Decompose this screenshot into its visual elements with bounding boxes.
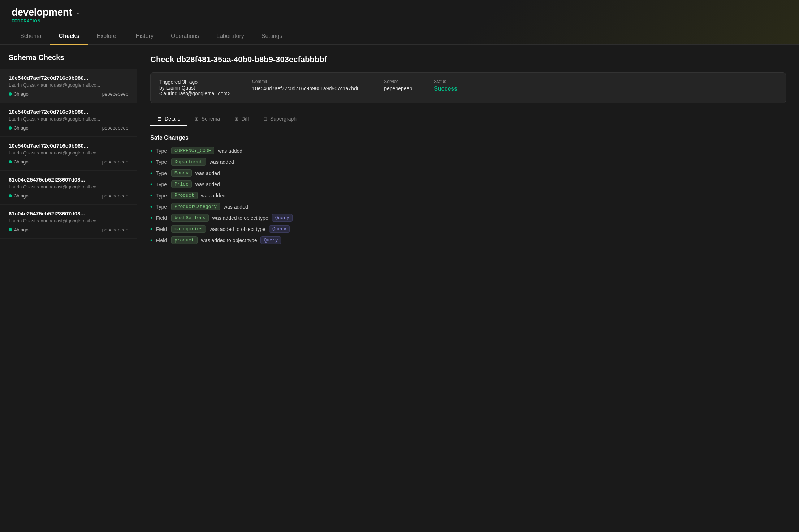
tab-laboratory[interactable]: Laboratory: [208, 29, 253, 45]
check-id: 61c04e25475eb52f28607d08...: [9, 210, 128, 217]
type-tag: ProductCategory: [171, 203, 220, 210]
check-id: 10e540d7aef72c0d716c9b980...: [9, 143, 128, 149]
chevron-down-icon[interactable]: ⌄: [75, 8, 81, 16]
commit-label: Commit: [252, 79, 362, 84]
change-text: was added to object type: [201, 237, 257, 243]
time-label: 3h ago: [14, 193, 29, 199]
check-service: pepepepeep: [102, 193, 128, 199]
bullet-icon: •: [150, 215, 152, 221]
list-item: • Field product was added to object type…: [150, 236, 786, 244]
list-item: • Field categories was added to object t…: [150, 225, 786, 233]
query-tag: Query: [272, 214, 293, 222]
check-meta: 3h ago pepepepeep: [9, 193, 128, 199]
email-label: <laurinquast@googlemail.com>: [159, 91, 230, 96]
by-label: by Laurin Quast: [159, 85, 230, 91]
list-item[interactable]: 10e540d7aef72c0d716c9b980... Laurin Quas…: [0, 137, 137, 171]
commit-block: Commit 10e540d7aef72c0d716c9b9801a9d907c…: [252, 79, 362, 91]
tab-operations[interactable]: Operations: [162, 29, 208, 45]
detail-tabs-row: ☰ Details ⊞ Schema ⊞ Diff ⊞ Supergraph: [150, 112, 786, 126]
tab-details[interactable]: ☰ Details: [150, 112, 187, 126]
check-id: 10e540d7aef72c0d716c9b980...: [9, 109, 128, 115]
list-item[interactable]: 10e540d7aef72c0d716c9b980... Laurin Quas…: [0, 103, 137, 137]
top-bar: development ⌄ FEDERATION Schema Checks E…: [0, 0, 799, 45]
time-label: 3h ago: [14, 91, 29, 97]
list-item: • Type Money was added: [150, 169, 786, 177]
diff-icon: ⊞: [234, 116, 238, 122]
status-dot: [9, 126, 12, 130]
check-id: 10e540d7aef72c0d716c9b980...: [9, 75, 128, 81]
detail-panel: Check db28f481-35aa-40b0-b8b9-303ecfabbb…: [137, 45, 799, 532]
list-item[interactable]: 61c04e25475eb52f28607d08... Laurin Quast…: [0, 171, 137, 205]
commit-value: 10e540d7aef72c0d716c9b9801a9d907c1a7bd60: [252, 86, 362, 91]
check-author: Laurin Quast <laurinquast@googlemail.co.…: [9, 218, 128, 223]
field-tag: bestSellers: [171, 214, 209, 222]
change-text: was added: [195, 170, 220, 176]
check-author: Laurin Quast <laurinquast@googlemail.co.…: [9, 184, 128, 189]
tab-diff[interactable]: ⊞ Diff: [227, 112, 256, 126]
change-text: was added: [195, 182, 220, 187]
check-meta: 3h ago pepepepeep: [9, 91, 128, 97]
supergraph-icon: ⊞: [263, 116, 267, 122]
service-label: Service: [384, 79, 412, 84]
tab-settings[interactable]: Settings: [253, 29, 291, 45]
change-prefix: Type: [156, 148, 167, 154]
status-dot: [9, 160, 12, 163]
triggered-label: Triggered 3h ago: [159, 79, 230, 85]
service-block: Service pepepepeep: [384, 79, 412, 91]
check-service: pepepepeep: [102, 159, 128, 165]
type-tag: Money: [171, 169, 192, 177]
list-item: • Field bestSellers was added to object …: [150, 214, 786, 222]
check-author: Laurin Quast <laurinquast@googlemail.co.…: [9, 82, 128, 88]
type-tag: Product: [171, 192, 198, 199]
meta-card: Triggered 3h ago by Laurin Quast <laurin…: [150, 72, 786, 103]
change-prefix: Type: [156, 159, 167, 165]
change-text: was added to object type: [210, 226, 265, 232]
status-dot: [9, 228, 12, 231]
bullet-icon: •: [150, 159, 152, 165]
time-label: 3h ago: [14, 125, 29, 131]
bullet-icon: •: [150, 170, 152, 176]
check-time: 3h ago: [9, 91, 29, 97]
check-time: 3h ago: [9, 125, 29, 131]
time-label: 3h ago: [14, 159, 29, 165]
change-prefix: Field: [156, 237, 167, 243]
triggered-block: Triggered 3h ago by Laurin Quast <laurin…: [159, 79, 230, 96]
schema-icon: ⊞: [195, 116, 199, 122]
safe-changes-title: Safe Changes: [150, 135, 786, 141]
list-item: • Type ProductCategory was added: [150, 203, 786, 210]
tab-history[interactable]: History: [127, 29, 162, 45]
change-text: was added: [218, 148, 242, 154]
tab-explorer[interactable]: Explorer: [88, 29, 127, 45]
change-list: • Type CURRENCY_CODE was added • Type De…: [150, 147, 786, 244]
federation-label: FEDERATION: [12, 19, 787, 23]
change-prefix: Type: [156, 182, 167, 187]
tab-checks[interactable]: Checks: [50, 29, 88, 45]
tab-supergraph[interactable]: ⊞ Supergraph: [256, 112, 304, 126]
bullet-icon: •: [150, 237, 152, 244]
check-meta: 3h ago pepepepeep: [9, 125, 128, 131]
check-time: 3h ago: [9, 159, 29, 165]
list-item[interactable]: 61c04e25475eb52f28607d08... Laurin Quast…: [0, 205, 137, 239]
tab-schema[interactable]: ⊞ Schema: [187, 112, 227, 126]
tab-schema-label: Schema: [202, 116, 220, 122]
list-item: • Type Product was added: [150, 192, 786, 199]
status-dot: [9, 194, 12, 197]
check-meta: 4h ago pepepepeep: [9, 227, 128, 232]
check-author: Laurin Quast <laurinquast@googlemail.co.…: [9, 116, 128, 122]
status-dot: [9, 92, 12, 96]
change-text: was added: [201, 193, 226, 199]
sidebar-title: Schema Checks: [0, 53, 137, 69]
change-text: was added: [210, 159, 234, 165]
time-label: 4h ago: [14, 227, 29, 232]
query-tag: Query: [260, 236, 281, 244]
check-author: Laurin Quast <laurinquast@googlemail.co.…: [9, 150, 128, 156]
check-id: 61c04e25475eb52f28607d08...: [9, 176, 128, 183]
change-prefix: Type: [156, 170, 167, 176]
change-text: was added: [224, 204, 248, 210]
tab-schema[interactable]: Schema: [12, 29, 50, 45]
field-tag: categories: [171, 225, 206, 233]
list-item: • Type Price was added: [150, 180, 786, 188]
main-content: Schema Checks 10e540d7aef72c0d716c9b980.…: [0, 45, 799, 532]
status-block: Status Success: [434, 79, 457, 92]
list-item[interactable]: 10e540d7aef72c0d716c9b980... Laurin Quas…: [0, 69, 137, 103]
